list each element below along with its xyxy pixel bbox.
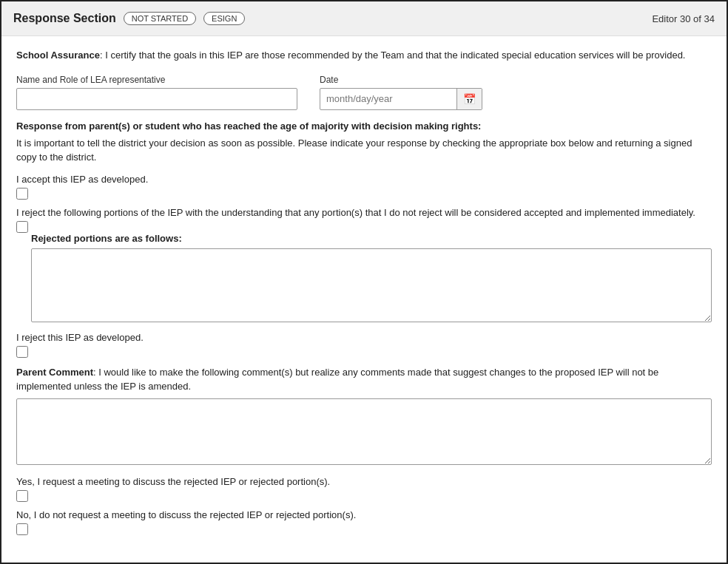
calendar-icon: 📅 bbox=[463, 93, 476, 105]
name-group: Name and Role of LEA representative bbox=[16, 75, 297, 110]
request-meeting-group: Yes, I request a meeting to discuss the … bbox=[16, 476, 712, 502]
parent-comment-prefix: Parent Comment bbox=[16, 367, 93, 378]
reject-portions-group: I reject the following portions of the I… bbox=[16, 207, 712, 325]
school-assurance-body: : I certify that the goals in this IEP a… bbox=[100, 50, 686, 61]
school-assurance-text: School Assurance: I certify that the goa… bbox=[16, 48, 712, 63]
date-input[interactable] bbox=[320, 89, 456, 108]
esign-badge: ESIGN bbox=[203, 12, 245, 25]
editor-label: Editor 30 of 34 bbox=[652, 13, 715, 24]
reject-iep-group: I reject this IEP as developed. bbox=[16, 332, 712, 358]
date-input-wrapper: 📅 bbox=[320, 88, 482, 110]
page-title: Response Section bbox=[13, 12, 116, 25]
parent-comment-section: Parent Comment: I would like to make the… bbox=[16, 365, 712, 467]
reject-portions-label: I reject the following portions of the I… bbox=[16, 207, 712, 218]
parent-comment-text: Parent Comment: I would like to make the… bbox=[16, 365, 712, 394]
name-date-row: Name and Role of LEA representative Date… bbox=[16, 75, 712, 110]
accept-iep-label: I accept this IEP as developed. bbox=[16, 174, 712, 185]
request-meeting-checkbox[interactable] bbox=[16, 490, 28, 502]
no-meeting-group: No, I do not request a meeting to discus… bbox=[16, 509, 712, 535]
no-meeting-checkbox[interactable] bbox=[16, 523, 28, 535]
no-meeting-label: No, I do not request a meeting to discus… bbox=[16, 509, 712, 520]
not-started-badge: NOT STARTED bbox=[124, 12, 196, 25]
parent-comment-textarea[interactable] bbox=[16, 398, 712, 465]
rejected-portions-textarea[interactable] bbox=[31, 248, 712, 322]
reject-iep-checkbox[interactable] bbox=[16, 346, 28, 358]
parent-comment-body: : I would like to make the following com… bbox=[16, 367, 658, 393]
reject-portions-checkbox[interactable] bbox=[16, 221, 28, 233]
page-container: Response Section NOT STARTED ESIGN Edito… bbox=[0, 0, 728, 564]
content: School Assurance: I certify that the goa… bbox=[1, 36, 727, 554]
name-label: Name and Role of LEA representative bbox=[16, 75, 297, 85]
school-assurance-prefix: School Assurance bbox=[16, 50, 100, 61]
header-left: Response Section NOT STARTED ESIGN bbox=[13, 12, 245, 25]
rejected-portions-header: Rejected portions are as follows: bbox=[31, 233, 712, 244]
response-description: It is important to tell the district you… bbox=[16, 136, 712, 165]
date-label: Date bbox=[320, 75, 482, 85]
request-meeting-label: Yes, I request a meeting to discuss the … bbox=[16, 476, 712, 487]
response-heading: Response from parent(s) or student who h… bbox=[16, 120, 712, 132]
name-input[interactable] bbox=[16, 88, 297, 110]
date-group: Date 📅 bbox=[320, 75, 482, 110]
reject-iep-label: I reject this IEP as developed. bbox=[16, 332, 712, 343]
header: Response Section NOT STARTED ESIGN Edito… bbox=[1, 1, 727, 36]
accept-iep-group: I accept this IEP as developed. bbox=[16, 174, 712, 200]
calendar-button[interactable]: 📅 bbox=[456, 89, 482, 109]
accept-iep-checkbox[interactable] bbox=[16, 188, 28, 200]
rejected-portions-section: Rejected portions are as follows: bbox=[31, 233, 712, 325]
